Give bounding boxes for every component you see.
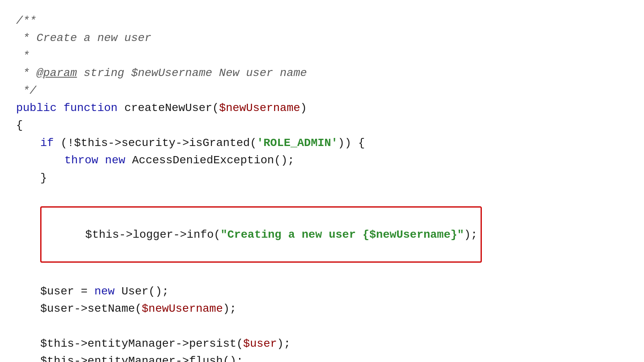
blank-line-1 [16,187,628,204]
brace-open: { [16,117,628,134]
user-setname: $user->setName( $newUsername ); [16,300,628,317]
keyword-throw: throw [64,152,98,169]
logger-info-1: $this->logger->info("Creating a new user… [16,204,628,265]
blank-line-2 [16,265,628,282]
entity-persist: $this->entityManager->persist( $user ); [16,335,628,352]
user-new: $user = new User(); [16,283,628,300]
comment-open: /** [16,12,628,29]
comment-param: * @param string $newUsername New user na… [16,64,628,82]
param-newusername: $newUsername [219,99,300,117]
keyword-function: function [64,99,118,117]
keyword-new: new [105,152,125,169]
if-line: if (! $this->security->isGranted( 'ROLE_… [16,134,628,152]
comment-line1: * Create a new user [16,29,628,47]
comment-line2: * [16,47,628,64]
function-name: createNewUser [124,99,212,117]
function-signature: public function createNewUser ( $newUser… [16,99,628,117]
throw-line: throw new AccessDeniedException(); [16,152,628,169]
blank-line-3 [16,318,628,335]
entity-flush: $this->entityManager->flush(); [16,352,628,362]
keyword-public: public [16,99,57,117]
code-viewer: /** * Create a new user * * @param strin… [16,12,628,362]
highlighted-block-1: $this->logger->info("Creating a new user… [40,206,482,263]
if-close: } [16,169,628,187]
comment-close: */ [16,82,628,99]
